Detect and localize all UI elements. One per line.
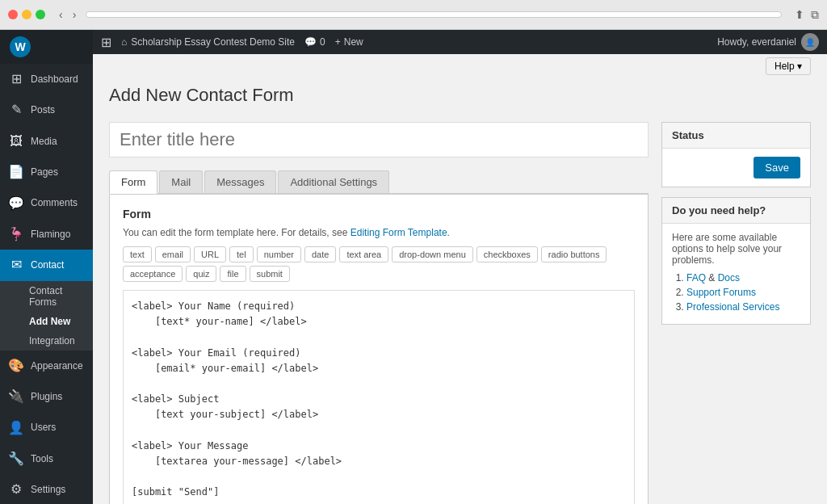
home-icon: ⌂ bbox=[121, 36, 127, 48]
sidebar-item-flamingo[interactable]: 🦩 Flamingo bbox=[0, 219, 93, 250]
nav-buttons: ‹ › bbox=[56, 6, 79, 23]
tag-button-checkboxes[interactable]: checkboxes bbox=[476, 246, 538, 262]
page-title-area: Add New Contact Form bbox=[93, 78, 827, 122]
faq-link[interactable]: FAQ bbox=[686, 272, 706, 284]
title-input[interactable] bbox=[109, 122, 649, 158]
close-button[interactable] bbox=[8, 10, 18, 19]
tab-bar: Form Mail Messages Additional Settings bbox=[109, 170, 649, 194]
tab-messages[interactable]: Messages bbox=[204, 170, 276, 193]
tag-button-drop-down-menu[interactable]: drop-down menu bbox=[392, 246, 473, 262]
sidebar-item-label: Comments bbox=[31, 196, 78, 210]
media-icon: 🖼 bbox=[8, 132, 24, 150]
comments-count: 0 bbox=[320, 36, 325, 48]
help-button[interactable]: Help ▾ bbox=[766, 57, 811, 75]
save-button[interactable]: Save bbox=[754, 157, 800, 178]
sidebar-item-tools[interactable]: 🔧 Tools bbox=[0, 443, 93, 474]
minimize-button[interactable] bbox=[22, 10, 31, 19]
comments-bubble-icon: 💬 bbox=[304, 36, 317, 48]
sidebar-item-label: Media bbox=[31, 135, 57, 149]
admin-bar-comments[interactable]: 💬 0 bbox=[304, 36, 325, 48]
tools-icon: 🔧 bbox=[8, 450, 24, 468]
contact-submenu: Contact Forms Add New Integration bbox=[0, 281, 93, 351]
sidebar-item-media[interactable]: 🖼 Media bbox=[0, 126, 93, 157]
form-code-textarea[interactable] bbox=[123, 290, 635, 504]
submenu-add-new[interactable]: Add New bbox=[0, 312, 93, 331]
browser-actions: ⬆ ⧉ bbox=[795, 8, 819, 22]
admin-bar: ⊞ ⌂ Scholarship Essay Contest Demo Site … bbox=[93, 30, 827, 54]
status-box-content: Save bbox=[662, 149, 810, 187]
new-tab-button[interactable]: ⧉ bbox=[811, 8, 819, 22]
sidebar-item-comments[interactable]: 💬 Comments bbox=[0, 188, 93, 219]
sidebar-item-label: Dashboard bbox=[31, 73, 78, 86]
support-forums-link[interactable]: Support Forums bbox=[686, 287, 756, 298]
help-box-header: Do you need help? bbox=[662, 198, 810, 224]
share-button[interactable]: ⬆ bbox=[795, 8, 804, 22]
tab-form[interactable]: Form bbox=[109, 170, 157, 194]
sidebar-item-posts[interactable]: ✎ Posts bbox=[0, 94, 93, 125]
tag-button-text-area[interactable]: text area bbox=[339, 246, 388, 262]
side-panel: Status Save Do you need help? Here are s… bbox=[661, 122, 811, 504]
editing-form-template-link[interactable]: Editing Form Template bbox=[351, 227, 447, 238]
sidebar-item-dashboard[interactable]: ⊞ Dashboard bbox=[0, 64, 93, 94]
form-description: You can edit the form template here. For… bbox=[123, 227, 635, 238]
contact-icon: ✉ bbox=[8, 256, 24, 274]
docs-link[interactable]: Docs bbox=[718, 272, 740, 284]
form-section-heading: Form bbox=[123, 208, 635, 220]
forward-button[interactable]: › bbox=[69, 6, 80, 23]
tag-button-file[interactable]: file bbox=[220, 266, 246, 282]
tab-additional-settings[interactable]: Additional Settings bbox=[278, 170, 389, 193]
sidebar: W ⊞ Dashboard ✎ Posts 🖼 Media 📄 Pages 💬 … bbox=[0, 30, 93, 504]
tag-button-quiz[interactable]: quiz bbox=[186, 266, 216, 282]
sidebar-item-label: Appearance bbox=[31, 359, 83, 373]
form-editor: Form You can edit the form template here… bbox=[109, 194, 649, 504]
tag-button-email[interactable]: email bbox=[155, 246, 191, 262]
sidebar-item-label: Posts bbox=[31, 103, 55, 117]
help-list-item-1: FAQ & Docs bbox=[686, 272, 800, 284]
help-bar: Help ▾ bbox=[93, 54, 827, 78]
submenu-contact-forms[interactable]: Contact Forms bbox=[0, 281, 93, 312]
flamingo-icon: 🦩 bbox=[8, 225, 24, 243]
back-button[interactable]: ‹ bbox=[56, 6, 66, 23]
sidebar-item-appearance[interactable]: 🎨 Appearance bbox=[0, 351, 93, 381]
browser-chrome: ‹ › ⬆ ⧉ bbox=[0, 0, 827, 30]
site-name: Scholarship Essay Contest Demo Site bbox=[131, 36, 295, 48]
tag-button-radio-buttons[interactable]: radio buttons bbox=[541, 246, 607, 262]
sidebar-item-pages[interactable]: 📄 Pages bbox=[0, 157, 93, 187]
tab-mail[interactable]: Mail bbox=[159, 170, 203, 193]
submenu-integration[interactable]: Integration bbox=[0, 331, 93, 351]
professional-services-link[interactable]: Professional Services bbox=[686, 301, 779, 313]
help-links-list: FAQ & Docs Support Forums Professional S… bbox=[672, 272, 800, 313]
sidebar-item-settings[interactable]: ⚙ Settings bbox=[0, 474, 93, 504]
posts-icon: ✎ bbox=[8, 101, 24, 119]
sidebar-item-label: Users bbox=[31, 421, 56, 435]
address-bar[interactable] bbox=[86, 11, 782, 18]
page-title: Add New Contact Form bbox=[109, 78, 811, 106]
sidebar-menu: ⊞ Dashboard ✎ Posts 🖼 Media 📄 Pages 💬 Co… bbox=[0, 64, 93, 504]
pages-icon: 📄 bbox=[8, 163, 24, 181]
main-panel: Form Mail Messages Additional Settings F… bbox=[109, 122, 649, 504]
sidebar-logo[interactable]: W bbox=[0, 30, 93, 64]
admin-bar-howdy[interactable]: Howdy, everdaniel 👤 bbox=[717, 33, 819, 51]
sidebar-item-users[interactable]: 👤 Users bbox=[0, 413, 93, 443]
admin-bar-new[interactable]: + New bbox=[335, 36, 363, 48]
tag-button-tel[interactable]: tel bbox=[229, 246, 254, 262]
user-avatar: 👤 bbox=[801, 33, 819, 51]
sidebar-item-plugins[interactable]: 🔌 Plugins bbox=[0, 381, 93, 412]
tag-button-date[interactable]: date bbox=[304, 246, 336, 262]
settings-icon: ⚙ bbox=[8, 481, 24, 498]
sidebar-item-label: Settings bbox=[31, 483, 65, 497]
admin-bar-site[interactable]: ⌂ Scholarship Essay Contest Demo Site bbox=[121, 36, 295, 48]
maximize-button[interactable] bbox=[36, 10, 45, 19]
tag-button-submit[interactable]: submit bbox=[250, 266, 290, 282]
users-icon: 👤 bbox=[8, 419, 24, 437]
tag-button-URL[interactable]: URL bbox=[194, 246, 226, 262]
dashboard-icon: ⊞ bbox=[8, 70, 24, 88]
help-link-sep: & bbox=[708, 272, 717, 284]
tag-button-text[interactable]: text bbox=[123, 246, 152, 262]
sidebar-item-label: Flamingo bbox=[31, 228, 70, 242]
tag-button-acceptance[interactable]: acceptance bbox=[123, 266, 183, 282]
tag-button-number[interactable]: number bbox=[257, 246, 301, 262]
sidebar-item-contact[interactable]: ✉ Contact bbox=[0, 250, 93, 280]
tag-buttons-group: textemailURLtelnumberdatetext areadrop-d… bbox=[123, 246, 635, 282]
sidebar-item-label: Contact bbox=[31, 258, 64, 272]
